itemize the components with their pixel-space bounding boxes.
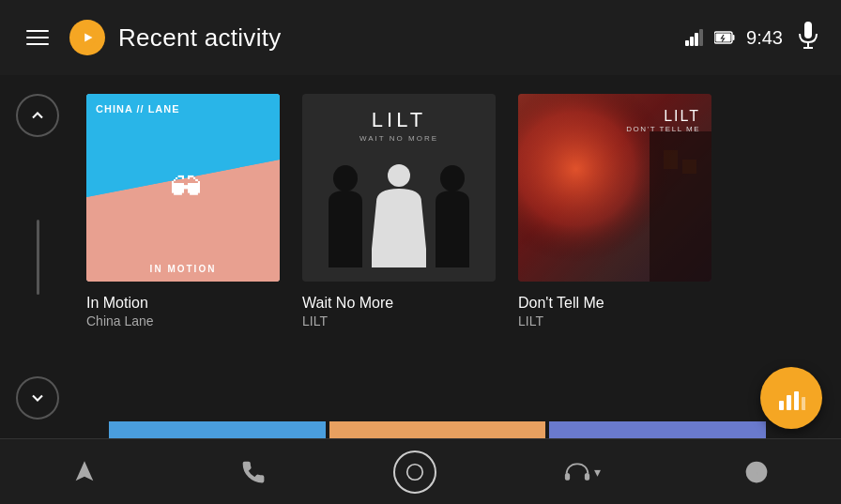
- card-info-2: Wait No More LILT: [302, 291, 496, 332]
- card-info-3: Don't Tell Me LILT: [518, 291, 711, 332]
- card-image-lilt-dont: LILT DON'T TELL ME: [518, 94, 711, 282]
- now-playing-fab[interactable]: [760, 367, 822, 429]
- svg-point-21: [407, 464, 423, 480]
- card-subtitle-3: LILT: [518, 313, 711, 328]
- person-right-silhouette: [428, 164, 477, 267]
- audio-dropdown-arrow: ▾: [594, 465, 601, 480]
- wait-no-more-text: WAIT NO MORE: [359, 134, 438, 143]
- person-left-silhouette: [321, 164, 370, 267]
- card-subtitle-2: LILT: [302, 313, 496, 328]
- svg-rect-15: [664, 150, 678, 169]
- cards-row: CHINA // LANE 🕶 IN MOTION In Motion Chin…: [75, 84, 841, 434]
- svg-point-10: [333, 165, 358, 191]
- card-in-motion[interactable]: CHINA // LANE 🕶 IN MOTION In Motion Chin…: [75, 84, 291, 434]
- svg-rect-16: [682, 160, 696, 174]
- recent-icon: [743, 459, 770, 485]
- header-right: 9:43: [685, 18, 822, 57]
- card-wait-no-more[interactable]: LILT WAIT NO MORE: [291, 84, 507, 434]
- scroll-controls: [0, 75, 75, 438]
- card-image-lilt-wait: LILT WAIT NO MORE: [302, 94, 496, 282]
- recent-button[interactable]: [728, 451, 785, 493]
- card-dont-tell-me[interactable]: LILT DON'T TELL ME Don't Tell Me LILT: [507, 84, 723, 434]
- header-left: Recent activity: [19, 20, 685, 55]
- mic-icon[interactable]: [794, 18, 822, 57]
- svg-rect-17: [779, 401, 784, 410]
- strip-orange: [329, 421, 546, 438]
- phone-icon: [240, 459, 267, 485]
- in-motion-text: IN MOTION: [86, 264, 280, 274]
- svg-rect-20: [802, 397, 805, 410]
- card-image-china-lane: CHINA // LANE 🕶 IN MOTION: [86, 94, 280, 282]
- sunglasses-icon: 🕶: [170, 170, 202, 206]
- strip-purple: [549, 421, 766, 438]
- svg-rect-19: [794, 391, 799, 410]
- svg-rect-3: [733, 35, 735, 40]
- navigation-icon: [71, 459, 98, 485]
- svg-rect-5: [804, 22, 812, 38]
- card-subtitle-1: China Lane: [86, 313, 280, 328]
- audio-container: ▾: [564, 459, 601, 485]
- time-display: 9:43: [746, 27, 783, 49]
- lilt-dont-text: LILT DON'T TELL ME: [626, 108, 700, 133]
- lilt-title-text: LILT: [359, 108, 438, 132]
- svg-rect-14: [650, 131, 711, 282]
- svg-point-12: [440, 165, 465, 191]
- headphone-icon: [564, 459, 590, 485]
- home-button[interactable]: [393, 451, 436, 494]
- card-info-1: In Motion China Lane: [86, 291, 280, 332]
- scroll-down-button[interactable]: [16, 376, 59, 420]
- page-title: Recent activity: [118, 23, 282, 53]
- header: Recent activity 9:43: [0, 0, 841, 75]
- person-middle-silhouette: [372, 164, 426, 267]
- audio-button[interactable]: ▾: [549, 451, 616, 493]
- svg-rect-18: [787, 395, 791, 410]
- main-content: CHINA // LANE 🕶 IN MOTION In Motion Chin…: [0, 75, 841, 438]
- svg-rect-23: [585, 472, 589, 480]
- nav-button[interactable]: [56, 451, 113, 493]
- svg-point-11: [388, 164, 410, 187]
- card-title-3: Don't Tell Me: [518, 295, 711, 312]
- phone-button[interactable]: [225, 451, 282, 493]
- china-lane-text: CHINA // LANE: [96, 103, 180, 115]
- app-icon: [69, 20, 105, 55]
- scroll-indicator: [37, 220, 39, 295]
- cards-area: CHINA // LANE 🕶 IN MOTION In Motion Chin…: [75, 75, 841, 438]
- menu-button[interactable]: [19, 23, 56, 53]
- home-icon: [405, 462, 425, 482]
- chart-bars-icon: [777, 384, 805, 412]
- strip-blue: [109, 421, 326, 438]
- scroll-up-button[interactable]: [16, 94, 59, 137]
- battery-icon: [714, 31, 735, 44]
- card-title-2: Wait No More: [302, 295, 496, 312]
- svg-rect-22: [565, 472, 570, 480]
- signal-icon: [685, 29, 703, 46]
- bottom-album-strip: [109, 421, 766, 438]
- card-title-1: In Motion: [86, 295, 280, 312]
- bottom-nav-bar: ▾: [0, 438, 841, 504]
